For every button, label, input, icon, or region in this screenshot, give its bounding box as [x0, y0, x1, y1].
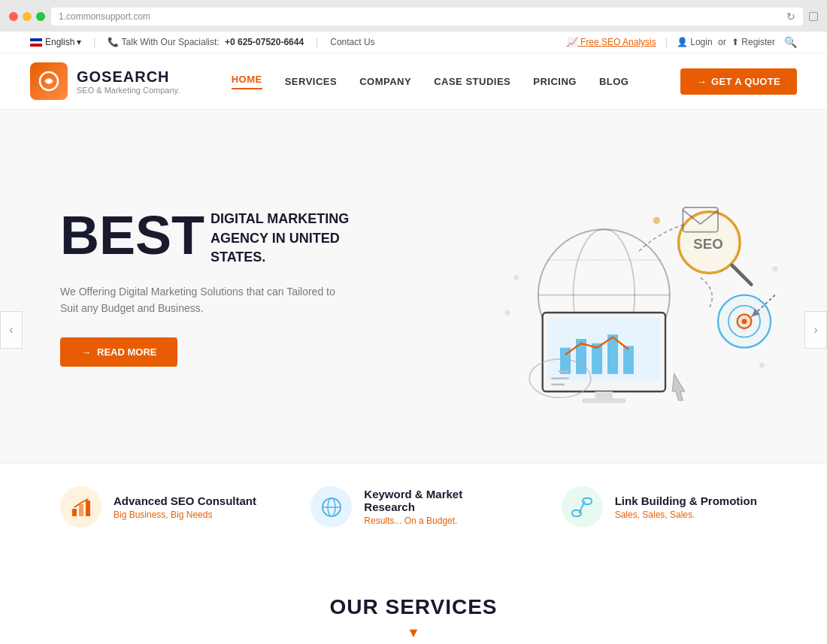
hero-title-big: BEST: [60, 206, 204, 265]
site-content: English ▾ | 📞 Talk With Our Spacialist: …: [0, 32, 827, 644]
feature-item-1: Advanced SEO Consultant Big Business, Bi…: [60, 486, 265, 528]
login-link[interactable]: Login: [690, 37, 712, 47]
feature-subtitle-2: Results... On a Budget.: [364, 516, 516, 526]
nav-blog[interactable]: BLOG: [599, 76, 629, 87]
svg-point-24: [742, 319, 747, 324]
svg-point-33: [505, 310, 510, 316]
nav-company[interactable]: COMPANY: [359, 76, 411, 87]
feature-title-1: Advanced SEO Consultant: [114, 494, 256, 507]
feature-icon-link: [562, 486, 603, 528]
svg-text:SEO: SEO: [693, 236, 722, 252]
section-divider: ▼: [60, 625, 767, 641]
read-more-button[interactable]: → READ MORE: [60, 337, 177, 367]
header: GOSEARCH SEO & Marketing Company. HOME S…: [0, 53, 827, 110]
svg-point-35: [772, 266, 777, 271]
search-icon[interactable]: 🔍: [784, 36, 797, 48]
register-link[interactable]: Register: [741, 37, 775, 47]
close-button-dot[interactable]: [9, 12, 18, 21]
contact-link[interactable]: Contact Us: [330, 37, 374, 47]
svg-rect-37: [72, 509, 77, 516]
get-quote-button[interactable]: → GET A QUOTE: [680, 68, 797, 95]
nav-home[interactable]: HOME: [232, 74, 262, 89]
url-text: 1.commonsupport.com: [59, 11, 150, 22]
minimize-button-dot[interactable]: [23, 12, 32, 21]
svg-marker-27: [672, 374, 684, 401]
feature-text-2: Keyword & Market Research Results... On …: [364, 488, 516, 526]
prev-slide-button[interactable]: ‹: [0, 311, 23, 349]
phone-label: Talk With Our Spacialist:: [122, 37, 220, 47]
logo-icon: [30, 62, 68, 100]
svg-point-34: [759, 363, 765, 368]
feature-text-3: Link Building & Promotion Sales, Sales, …: [615, 494, 757, 520]
phone-number: +0 625-07520-6644: [225, 37, 304, 47]
svg-rect-16: [582, 398, 626, 403]
services-section: OUR SERVICES ▼ We help you generate high…: [0, 550, 827, 644]
feature-icon-seo: [60, 486, 101, 528]
language-selector[interactable]: English ▾: [30, 37, 81, 47]
browser-chrome: 1.commonsupport.com ↻: [0, 0, 827, 32]
feature-title-3: Link Building & Promotion: [615, 494, 757, 507]
logo-text: GOSEARCH SEO & Marketing Company.: [77, 68, 180, 95]
auth-links: 👤 Login or ⬆ Register: [677, 37, 775, 47]
address-bar[interactable]: 1.commonsupport.com ↻: [51, 8, 803, 26]
top-bar-right: 📈 Free SEO Analysis | 👤 Login or ⬆ Regis…: [567, 36, 797, 48]
hero-illustration: SEO: [429, 155, 797, 418]
chevron-down-icon: ▼: [407, 625, 420, 641]
caret-icon: ▾: [77, 37, 81, 47]
nav-services[interactable]: SERVICES: [285, 76, 338, 87]
logo-name: GOSEARCH: [77, 68, 180, 86]
flag-icon: [30, 38, 42, 47]
phone-icon: 📞: [108, 37, 121, 47]
browser-window: 1.commonsupport.com ↻ English ▾ | 📞 Talk…: [0, 0, 827, 644]
browser-dots: [9, 12, 45, 21]
logo: GOSEARCH SEO & Marketing Company.: [30, 62, 180, 100]
seo-icon: 📈: [567, 37, 580, 47]
arrow-icon: →: [697, 76, 707, 87]
read-more-label: READ MORE: [97, 346, 156, 358]
top-bar-left: English ▾ | 📞 Talk With Our Spacialist: …: [30, 37, 375, 47]
feature-title-2: Keyword & Market Research: [364, 488, 516, 513]
services-title: OUR SERVICES: [60, 595, 767, 619]
hero-title-block: BEST DIGITAL MARKETING AGENCY IN UNITED …: [60, 206, 429, 271]
logo-tagline: SEO & Marketing Company.: [77, 86, 180, 95]
divider-2: |: [316, 37, 318, 47]
free-seo-label: Free SEO Analysis: [580, 37, 656, 47]
get-quote-label: GET A QUOTE: [711, 76, 780, 87]
arrow-icon: →: [81, 346, 91, 358]
hero-title-rest: DIGITAL MARKETING AGENCY IN UNITED STATE…: [211, 210, 376, 267]
feature-item-2: Keyword & Market Research Results... On …: [311, 486, 516, 528]
user-icon: 👤: [677, 37, 690, 47]
hero-section: BEST DIGITAL MARKETING AGENCY IN UNITED …: [0, 110, 827, 463]
language-label: English: [45, 37, 74, 47]
upload-icon: ⬆: [732, 37, 741, 47]
or-text: or: [718, 37, 726, 47]
svg-point-32: [513, 275, 519, 280]
phone-section: 📞 Talk With Our Spacialist: +0 625-07520…: [108, 37, 304, 47]
next-slide-button[interactable]: ›: [804, 311, 827, 349]
refresh-icon[interactable]: ↻: [786, 11, 795, 23]
svg-rect-14: [623, 346, 634, 373]
svg-line-45: [579, 501, 585, 513]
svg-point-36: [653, 217, 660, 224]
features-strip: Advanced SEO Consultant Big Business, Bi…: [0, 463, 827, 550]
divider-3: |: [665, 37, 668, 47]
top-bar: English ▾ | 📞 Talk With Our Spacialist: …: [0, 32, 827, 53]
divider-1: |: [93, 37, 95, 47]
maximize-button-dot[interactable]: [36, 12, 45, 21]
hero-content: BEST DIGITAL MARKETING AGENCY IN UNITED …: [60, 206, 429, 367]
free-seo-link[interactable]: 📈 Free SEO Analysis: [567, 37, 656, 47]
feature-icon-keyword: [311, 486, 352, 528]
hero-container: ‹ › BEST DIGITAL MARKETING AGENCY IN UNI…: [0, 110, 827, 550]
feature-text-1: Advanced SEO Consultant Big Business, Bi…: [114, 494, 256, 520]
feature-item-3: Link Building & Promotion Sales, Sales, …: [562, 486, 767, 528]
nav-pricing[interactable]: PRICING: [533, 76, 577, 87]
illustration-svg: SEO: [429, 155, 797, 418]
nav: HOME SERVICES COMPANY CASE STUDIES PRICI…: [232, 74, 629, 89]
svg-line-18: [732, 265, 752, 285]
svg-rect-39: [86, 500, 90, 516]
feature-subtitle-1: Big Business, Big Needs: [114, 509, 256, 520]
nav-case-studies[interactable]: CASE STUDIES: [434, 76, 510, 87]
expand-icon[interactable]: [809, 12, 818, 21]
hero-subtitle: We Offering Digital Marketing Solutions …: [60, 283, 346, 317]
svg-rect-38: [79, 504, 83, 516]
